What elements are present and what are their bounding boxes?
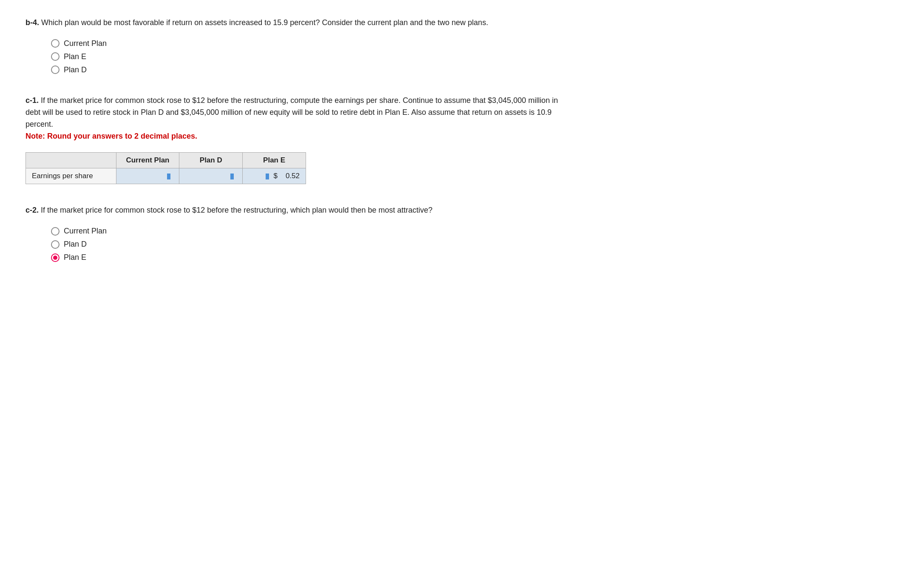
c1-current-plan-cursor: [167, 174, 170, 179]
c1-current-plan-input[interactable]: [116, 168, 179, 184]
c1-plan-e-cursor: [266, 172, 272, 180]
b4-radio-current-plan[interactable]: [51, 39, 60, 48]
c2-label: c-2.: [26, 206, 39, 214]
c1-plan-e-amount: 0.52: [286, 172, 300, 180]
c2-radio-plan-e[interactable]: [51, 253, 60, 262]
c1-question-text: If the market price for common stock ros…: [26, 96, 558, 128]
c1-table-container: Current Plan Plan D Plan E Earnings per …: [26, 152, 570, 184]
b4-radio-group: Current Plan Plan E Plan D: [51, 39, 570, 74]
c1-plan-e-indicator: [266, 174, 269, 179]
c1-row-label: Earnings per share: [26, 168, 116, 184]
c2-radio-current-plan[interactable]: [51, 227, 60, 236]
b4-option-plan-e[interactable]: Plan E: [51, 52, 570, 61]
b4-label-current-plan: Current Plan: [64, 39, 107, 48]
b4-question: b-4. Which plan would be most favorable …: [26, 17, 570, 29]
c1-table: Current Plan Plan D Plan E Earnings per …: [26, 152, 306, 184]
c2-question: c-2. If the market price for common stoc…: [26, 205, 570, 216]
c1-col-header-current-plan: Current Plan: [116, 153, 179, 168]
c1-note: Note: Round your answers to 2 decimal pl…: [26, 132, 197, 140]
c1-plan-e-prefix: $: [274, 172, 278, 180]
b4-label-plan-d: Plan D: [64, 65, 87, 74]
c1-label: c-1.: [26, 96, 39, 105]
c2-label-plan-e: Plan E: [64, 253, 86, 262]
b4-label-plan-e: Plan E: [64, 52, 86, 61]
c2-option-plan-d[interactable]: Plan D: [51, 240, 570, 249]
c2-radio-plan-d[interactable]: [51, 240, 60, 249]
c1-col-header-plan-d: Plan D: [179, 153, 243, 168]
b4-option-plan-d[interactable]: Plan D: [51, 65, 570, 74]
c2-radio-group: Current Plan Plan D Plan E: [51, 227, 570, 262]
b4-radio-plan-e[interactable]: [51, 52, 60, 61]
table-row: Earnings per share $ 0.52: [26, 168, 306, 184]
b4-section: b-4. Which plan would be most favorable …: [26, 17, 570, 74]
b4-option-current-plan[interactable]: Current Plan: [51, 39, 570, 48]
c1-col-header-plan-e: Plan E: [243, 153, 306, 168]
c2-option-plan-e[interactable]: Plan E: [51, 253, 570, 262]
c2-label-plan-d: Plan D: [64, 240, 87, 249]
c2-section: c-2. If the market price for common stoc…: [26, 205, 570, 262]
c1-question: c-1. If the market price for common stoc…: [26, 95, 570, 142]
c1-section: c-1. If the market price for common stoc…: [26, 95, 570, 185]
c1-plan-e-value[interactable]: $ 0.52: [243, 168, 306, 184]
b4-question-text: Which plan would be most favorable if re…: [41, 18, 488, 27]
c2-question-text: If the market price for common stock ros…: [41, 206, 432, 214]
c2-option-current-plan[interactable]: Current Plan: [51, 227, 570, 236]
c1-plan-d-cursor: [230, 174, 234, 179]
c1-plan-d-input[interactable]: [179, 168, 243, 184]
b4-label: b-4.: [26, 18, 39, 27]
b4-radio-plan-d[interactable]: [51, 65, 60, 74]
c2-label-current-plan: Current Plan: [64, 227, 107, 236]
c1-col-header-empty: [26, 153, 116, 168]
